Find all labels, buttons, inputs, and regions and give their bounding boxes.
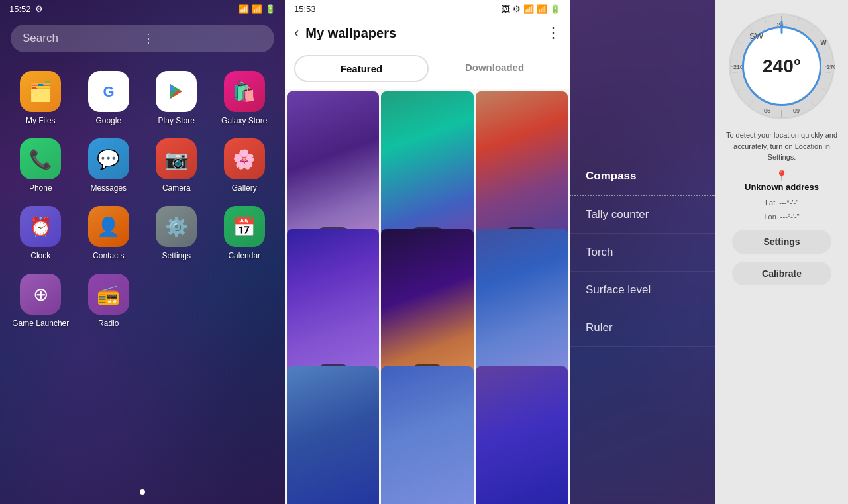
svg-text:06: 06 xyxy=(764,107,770,114)
svg-text:W: W xyxy=(820,39,827,46)
app-icon-play-store xyxy=(156,71,197,112)
app-label: My Files xyxy=(26,116,56,125)
app-item-contacts[interactable]: 👤Contacts xyxy=(75,201,143,266)
compass-degree: 240° xyxy=(763,56,801,77)
wall-thumb-7 xyxy=(287,366,379,504)
svg-text:G: G xyxy=(103,83,114,100)
app-item-game-launcher[interactable]: ⊕Game Launcher xyxy=(7,268,75,333)
app-item-settings[interactable]: ⚙️Settings xyxy=(142,201,211,266)
wall-status-icons: 🖼 ⚙ 📶 📶 🔋 xyxy=(502,4,560,14)
app-icon-contacts: 👤 xyxy=(88,206,129,247)
signal-icon: 📶 xyxy=(252,4,262,14)
app-item-messages[interactable]: 💬Messages xyxy=(75,133,143,198)
tab-downloaded[interactable]: Downloaded xyxy=(429,55,560,82)
app-label: Settings xyxy=(162,251,191,260)
app-label: Calendar xyxy=(228,251,260,260)
app-label: Gallery xyxy=(232,183,257,193)
compass-menu-item-compass[interactable]: Compass xyxy=(570,158,716,196)
tab-bar: Featured Downloaded xyxy=(285,48,570,89)
wallpapers-title: My wallpapers xyxy=(305,26,539,41)
back-button[interactable]: ‹ xyxy=(294,25,299,42)
status-time-area: 15:52 ⚙ xyxy=(9,4,43,14)
compass-menu-item-tally-counter[interactable]: Tally counter xyxy=(570,196,716,234)
app-icon-settings: ⚙️ xyxy=(156,206,197,247)
tab-featured[interactable]: Featured xyxy=(294,55,429,82)
app-item-google[interactable]: GGoogle xyxy=(75,66,143,130)
compass-direction: SW xyxy=(749,31,763,41)
search-more-icon[interactable]: ⋮ xyxy=(142,31,262,46)
page-indicator xyxy=(140,489,145,495)
app-item-phone[interactable]: 📞Phone xyxy=(7,133,75,198)
app-item-my-files[interactable]: 🗂️My Files xyxy=(7,66,75,130)
location-icon: 📍 xyxy=(775,170,788,182)
compass-address: Unknown address xyxy=(745,182,819,192)
wifi-icon: 📶 xyxy=(238,4,249,14)
compass-calibrate-button[interactable]: Calibrate xyxy=(732,262,831,285)
compass-screen: CompassTally counterTorchSurface levelRu… xyxy=(570,0,848,504)
app-item-galaxy-store[interactable]: 🛍️Galaxy Store xyxy=(211,66,279,130)
app-icon-galaxy-store: 🛍️ xyxy=(224,71,265,112)
app-label: Messages xyxy=(90,183,127,193)
compass-lon: Lon. ---°-'-" xyxy=(764,211,799,223)
wallpapers-screen: 15:53 🖼 ⚙ 📶 📶 🔋 ‹ My wallpapers ⋮ Featur… xyxy=(285,0,570,504)
wifi-icon2: 📶 xyxy=(523,4,534,14)
search-label: Search xyxy=(23,32,142,45)
app-item-calendar[interactable]: 📅Calendar xyxy=(211,201,279,266)
compass-location-info: To detect your location quickly and accu… xyxy=(722,130,841,163)
app-label: Radio xyxy=(98,319,119,328)
compass-menu-item-ruler[interactable]: Ruler xyxy=(570,309,716,347)
wall-item-7[interactable]: Preloaded 7 xyxy=(287,366,379,504)
app-item-clock[interactable]: ⏰Clock xyxy=(7,201,75,266)
compass-menu: CompassTally counterTorchSurface levelRu… xyxy=(570,0,716,504)
app-icon-messages: 💬 xyxy=(88,138,129,179)
svg-text:09: 09 xyxy=(793,107,800,114)
app-label: Play Store xyxy=(158,116,195,125)
settings-icon: ⚙ xyxy=(513,4,521,14)
home-time: 15:52 xyxy=(9,4,31,14)
app-label: Google xyxy=(95,116,121,125)
app-icon-clock: ⏰ xyxy=(20,206,61,247)
wall-item-8[interactable]: Preloaded 8 xyxy=(381,366,473,504)
signal-icon2: 📶 xyxy=(537,4,547,14)
app-label: Phone xyxy=(29,183,52,193)
search-bar[interactable]: Search ⋮ xyxy=(11,25,274,52)
wallpapers-more-icon[interactable]: ⋮ xyxy=(546,25,560,42)
app-item-play-store[interactable]: Play Store xyxy=(142,66,211,130)
app-label: Clock xyxy=(30,251,50,260)
app-item-gallery[interactable]: 🌸Gallery xyxy=(211,133,279,198)
app-icon-google: G xyxy=(88,71,129,112)
compass-settings-button[interactable]: Settings xyxy=(732,230,831,254)
compass-ring-inner: SW 240° xyxy=(742,26,822,106)
app-icon-phone: 📞 xyxy=(20,138,61,179)
compass-dial-outer: 240 270 210 06 09 W E SW 240° xyxy=(729,13,835,119)
compass-display: 240 270 210 06 09 W E SW 240° To detect … xyxy=(716,0,848,504)
image-icon: 🖼 xyxy=(502,4,510,14)
wall-thumb-8 xyxy=(381,366,473,504)
app-icon-radio: 📻 xyxy=(88,274,129,315)
app-label: Galaxy Store xyxy=(221,116,267,125)
home-gear-icon: ⚙ xyxy=(35,4,43,14)
app-icon-gallery: 🌸 xyxy=(224,138,265,179)
compass-menu-item-surface-level[interactable]: Surface level xyxy=(570,272,716,309)
battery-icon: 🔋 xyxy=(265,4,276,14)
wall-status-bar: 15:53 🖼 ⚙ 📶 📶 🔋 xyxy=(285,0,570,18)
app-icon-camera: 📷 xyxy=(156,138,197,179)
app-icon-my-files: 🗂️ xyxy=(20,71,61,112)
compass-needle xyxy=(781,21,783,34)
home-screen: 15:52 ⚙ 📶 📶 🔋 Search ⋮ 🗂️My FilesGGoogle… xyxy=(0,0,285,504)
app-item-radio[interactable]: 📻Radio xyxy=(75,268,143,333)
app-grid: 🗂️My FilesGGooglePlay Store🛍️Galaxy Stor… xyxy=(0,66,285,333)
wall-thumb-9 xyxy=(476,366,568,504)
app-label: Game Launcher xyxy=(12,319,69,328)
app-icon-game-launcher: ⊕ xyxy=(20,274,61,315)
compass-lat: Lat. ---°-'-" xyxy=(765,197,798,209)
app-label: Camera xyxy=(162,183,191,193)
compass-menu-item-torch[interactable]: Torch xyxy=(570,234,716,272)
status-icons-area: 📶 📶 🔋 xyxy=(238,4,276,14)
svg-text:270: 270 xyxy=(827,64,835,70)
app-item-camera[interactable]: 📷Camera xyxy=(142,133,211,198)
wallpaper-grid: VideoPreloaded 1VideoPreloaded 2VideoPre… xyxy=(285,89,570,504)
wallpapers-header: ‹ My wallpapers ⋮ xyxy=(285,18,570,48)
app-label: Contacts xyxy=(93,251,124,260)
wall-item-9[interactable]: Preloaded 9 xyxy=(476,366,568,504)
